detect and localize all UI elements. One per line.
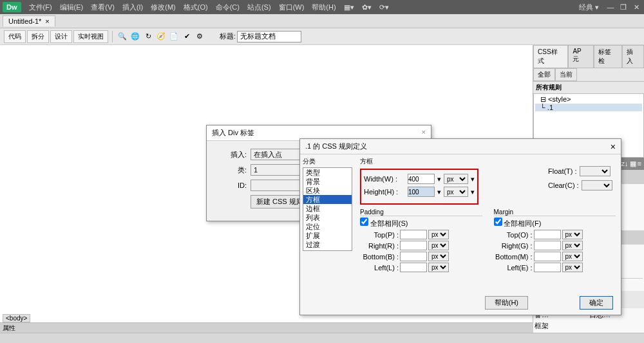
padding-left-unit[interactable]: px — [428, 263, 449, 272]
padding-right-input[interactable] — [400, 241, 427, 250]
extend-icon[interactable]: ✿▾ — [358, 3, 375, 12]
help-button[interactable]: 帮助(H) — [485, 296, 528, 310]
margin-right-input[interactable] — [534, 241, 561, 250]
margin-bottom-label: Bottom(M) : — [494, 253, 533, 261]
margin-left-label: Left(E) : — [494, 264, 533, 272]
menubar: Dw 文件(F) 编辑(E) 查看(V) 插入(I) 修改(M) 格式(O) 命… — [0, 0, 644, 14]
width-input[interactable] — [408, 174, 435, 184]
category-list[interactable]: 类型 背景 区块 方框 边框 列表 定位 扩展 过渡 — [303, 167, 352, 251]
cat-box[interactable]: 方框 — [303, 195, 352, 204]
margin-bottom-unit[interactable]: px — [562, 252, 583, 261]
margin-bottom-input[interactable] — [534, 252, 561, 261]
menu-insert[interactable]: 插入(I) — [118, 3, 147, 12]
cat-extensions[interactable]: 扩展 — [303, 231, 352, 240]
category-label: 分类 — [303, 157, 352, 166]
margin-same-label: 全部相同(F) — [504, 219, 541, 227]
close-icon[interactable]: ✕ — [631, 3, 641, 12]
width-unit-dropdown-icon[interactable]: ▾ — [471, 175, 475, 183]
list-icon[interactable]: ≡ — [638, 160, 641, 168]
css-dialog-title: .1 的 CSS 规则定义 — [305, 142, 367, 151]
split-view-button[interactable]: 拆分 — [27, 30, 49, 43]
menu-format[interactable]: 格式(O) — [180, 3, 212, 12]
subtab-current[interactable]: 当前 — [555, 68, 577, 81]
tab-insert[interactable]: 插入 — [622, 45, 644, 68]
rule-class-1[interactable]: └ .1 — [535, 104, 642, 111]
cat-block[interactable]: 区块 — [303, 186, 352, 195]
check-icon[interactable]: ✔ — [181, 31, 193, 42]
tab-ap-elements[interactable]: AP 元 — [568, 45, 594, 68]
menu-edit[interactable]: 编辑(E) — [56, 3, 88, 12]
menu-view[interactable]: 查看(V) — [87, 3, 118, 12]
height-label: Height(H) : — [364, 188, 405, 196]
height-unit-dropdown-icon[interactable]: ▾ — [471, 188, 475, 196]
inspect-icon[interactable]: 🔍 — [117, 31, 128, 42]
app-logo: Dw — [3, 2, 21, 12]
sync-icon[interactable]: ⟳▾ — [375, 3, 393, 12]
code-view-button[interactable]: 代码 — [4, 30, 26, 43]
tag-selector-body[interactable]: <body> — [3, 314, 30, 322]
cat-border[interactable]: 边框 — [303, 204, 352, 213]
refresh-icon[interactable]: ↻ — [142, 31, 154, 42]
menu-window[interactable]: 窗口(W) — [275, 3, 308, 12]
browser-icon[interactable]: 🌐 — [129, 31, 141, 42]
menu-file[interactable]: 文件(F) — [25, 3, 56, 12]
file-icon[interactable]: 📄 — [168, 31, 180, 42]
margin-right-unit[interactable]: px — [562, 241, 583, 250]
margin-same-all-checkbox[interactable] — [494, 218, 502, 226]
cat-list[interactable]: 列表 — [303, 213, 352, 222]
clear-select[interactable] — [582, 180, 612, 190]
height-dropdown-icon[interactable]: ▾ — [437, 188, 441, 196]
height-input[interactable] — [408, 187, 435, 197]
padding-left-input[interactable] — [400, 263, 427, 272]
padding-top-unit[interactable]: px — [428, 230, 449, 239]
margin-left-input[interactable] — [534, 263, 561, 272]
menu-site[interactable]: 站点(S) — [243, 3, 275, 12]
width-unit-select[interactable]: px — [444, 174, 468, 184]
cat-type[interactable]: 类型 — [303, 168, 352, 177]
tab-css-styles[interactable]: CSS样式 — [533, 45, 568, 68]
cat-transition[interactable]: 过渡 — [303, 240, 352, 249]
class-label: 类: — [214, 165, 247, 175]
subtab-all[interactable]: 全部 — [533, 68, 555, 81]
cat-positioning[interactable]: 定位 — [303, 222, 352, 231]
menu-commands[interactable]: 命令(C) — [212, 3, 243, 12]
tab-tag-inspector[interactable]: 标签检 — [594, 45, 622, 68]
live-view-button[interactable]: 实时视图 — [73, 30, 108, 43]
restore-icon[interactable]: ❐ — [618, 3, 629, 12]
layout-icon[interactable]: ▦▾ — [340, 3, 358, 12]
ok-button[interactable]: 确定 — [580, 296, 613, 310]
properties-panel[interactable]: 属性 — [0, 322, 533, 333]
margin-left-unit[interactable]: px — [562, 263, 583, 272]
document-tabbar: Untitled-1* × — [0, 14, 644, 28]
margin-top-unit[interactable]: px — [562, 230, 583, 239]
category-icon[interactable]: ▦ — [630, 160, 636, 168]
width-dropdown-icon[interactable]: ▾ — [437, 175, 441, 183]
padding-bottom-unit[interactable]: px — [428, 252, 449, 261]
workspace-switcher[interactable]: 经典 ▾ — [575, 3, 603, 12]
menu-modify[interactable]: 修改(M) — [147, 3, 180, 12]
float-select[interactable] — [580, 166, 611, 176]
padding-same-all-checkbox[interactable] — [360, 218, 368, 226]
insert-div-close-icon[interactable]: × — [422, 128, 426, 138]
padding-left-label: Left(L) : — [360, 264, 399, 272]
title-input[interactable] — [237, 31, 301, 42]
clear-label: Clear(C) : — [548, 181, 579, 189]
document-tab[interactable]: Untitled-1* × — [3, 15, 55, 26]
padding-top-input[interactable] — [400, 230, 427, 239]
rule-style-tag[interactable]: ⊟ <style> — [535, 95, 642, 104]
nav-icon[interactable]: 🧭 — [155, 31, 167, 42]
padding-bottom-input[interactable] — [400, 252, 427, 261]
menu-help[interactable]: 帮助(H) — [308, 3, 339, 12]
margin-top-input[interactable] — [534, 230, 561, 239]
css-dialog-close-icon[interactable]: × — [611, 142, 616, 152]
height-unit-select[interactable]: px — [444, 187, 468, 197]
cat-background[interactable]: 背景 — [303, 177, 352, 186]
options-icon[interactable]: ⚙ — [194, 31, 205, 42]
minimize-icon[interactable]: — — [605, 3, 616, 12]
padding-top-label: Top(P) : — [360, 231, 399, 239]
margin-title: Margin — [494, 209, 616, 216]
design-view-button[interactable]: 设计 — [50, 30, 72, 43]
padding-right-unit[interactable]: px — [428, 241, 449, 250]
tab-close-icon[interactable]: × — [45, 17, 49, 25]
insert-label: 插入: — [214, 150, 247, 160]
